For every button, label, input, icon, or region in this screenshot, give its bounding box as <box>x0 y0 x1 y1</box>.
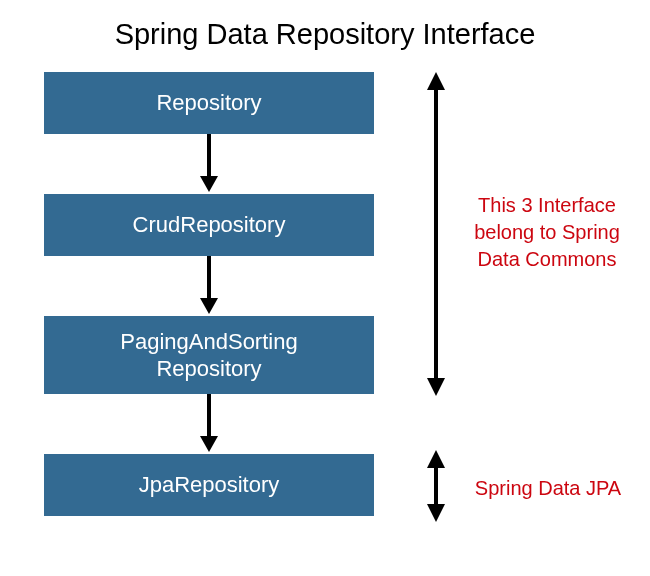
box-label: CrudRepository <box>133 211 286 239</box>
bracket-jpa <box>424 450 448 522</box>
box-label: Repository <box>156 89 261 117</box>
hierarchy-column: Repository CrudRepository PagingAndSorti… <box>44 72 374 516</box>
diagram-title: Spring Data Repository Interface <box>0 0 650 51</box>
box-crud-repository: CrudRepository <box>44 194 374 256</box>
box-label-line: PagingAndSorting <box>120 329 297 354</box>
svg-marker-3 <box>200 298 218 314</box>
annotation-spring-data-jpa: Spring Data JPA <box>468 475 628 502</box>
box-label: PagingAndSorting Repository <box>120 328 297 383</box>
svg-marker-11 <box>427 504 445 522</box>
annotation-spring-data-commons: This 3 Interface belong to Spring Data C… <box>462 192 632 273</box>
annotation-line: belong to Spring <box>474 221 620 243</box>
box-jpa-repository: JpaRepository <box>44 454 374 516</box>
bracket-commons <box>424 72 448 396</box>
annotation-line: Spring Data JPA <box>475 477 621 499</box>
box-label-line: Repository <box>156 356 261 381</box>
svg-marker-8 <box>427 378 445 396</box>
svg-marker-1 <box>200 176 218 192</box>
svg-marker-10 <box>427 450 445 468</box>
svg-marker-7 <box>427 72 445 90</box>
box-label: JpaRepository <box>139 471 280 499</box>
annotation-line: This 3 Interface <box>478 194 616 216</box>
inheritance-arrow <box>44 134 374 194</box>
box-repository: Repository <box>44 72 374 134</box>
annotation-line: Data Commons <box>478 248 617 270</box>
inheritance-arrow <box>44 256 374 316</box>
box-paging-sorting-repository: PagingAndSorting Repository <box>44 316 374 394</box>
svg-marker-5 <box>200 436 218 452</box>
inheritance-arrow <box>44 394 374 454</box>
